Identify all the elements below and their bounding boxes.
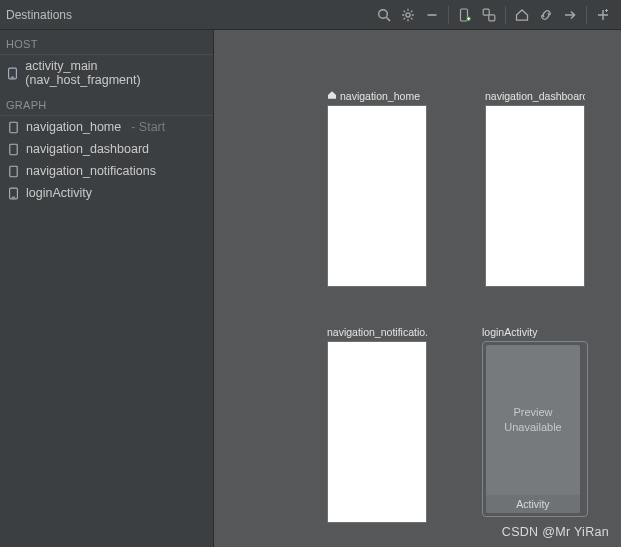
activity-icon [6, 186, 20, 200]
fragment-icon [6, 142, 20, 156]
svg-rect-7 [489, 14, 495, 20]
start-badge: - Start [131, 120, 165, 134]
nav-canvas[interactable]: navigation_home navigation_dashboard nav… [214, 30, 621, 547]
activity-footer-label: Activity [486, 495, 580, 513]
graph-section-header: GRAPH [0, 91, 213, 116]
toolbar-separator [586, 6, 587, 24]
dest-preview [327, 105, 427, 287]
svg-line-1 [387, 17, 391, 21]
deeplink-icon[interactable] [535, 4, 557, 26]
svg-rect-12 [9, 144, 16, 154]
add-destination-icon[interactable] [454, 4, 476, 26]
toolbar: Destinations [0, 0, 621, 30]
preview-unavailable: Preview Unavailable [486, 345, 580, 495]
svg-rect-11 [9, 122, 16, 132]
gear-icon[interactable] [397, 4, 419, 26]
panel-title: Destinations [6, 8, 72, 22]
watermark: CSDN @Mr YiRan [502, 525, 609, 539]
host-item[interactable]: activity_main (nav_host_fragment) [0, 55, 213, 91]
dest-preview [485, 105, 585, 287]
canvas-dest-label: loginActivity [482, 326, 588, 338]
nested-graph-icon[interactable] [478, 4, 500, 26]
host-item-label: activity_main (nav_host_fragment) [25, 59, 207, 87]
activity-icon [6, 66, 19, 80]
dest-preview [327, 341, 427, 523]
canvas-dest-dashboard[interactable]: navigation_dashboard [485, 90, 585, 287]
auto-arrange-icon[interactable] [592, 4, 614, 26]
fragment-icon [6, 120, 20, 134]
canvas-dest-login[interactable]: loginActivity Preview Unavailable Activi… [482, 326, 588, 517]
search-icon[interactable] [373, 4, 395, 26]
graph-item-label: navigation_home [26, 120, 121, 134]
svg-point-0 [379, 9, 388, 18]
graph-item-dashboard[interactable]: navigation_dashboard [0, 138, 213, 160]
graph-item-notifications[interactable]: navigation_notifications [0, 160, 213, 182]
start-home-icon [327, 90, 337, 102]
fragment-icon [6, 164, 20, 178]
svg-point-2 [406, 12, 410, 16]
graph-item-label: loginActivity [26, 186, 92, 200]
canvas-dest-label: navigation_notificatio... [327, 326, 427, 338]
toolbar-separator [505, 6, 506, 24]
destinations-sidebar: HOST activity_main (nav_host_fragment) G… [0, 30, 214, 547]
selection-outline: Preview Unavailable Activity [482, 341, 588, 517]
toolbar-separator [448, 6, 449, 24]
graph-item-label: navigation_dashboard [26, 142, 149, 156]
canvas-dest-home[interactable]: navigation_home [327, 90, 427, 287]
graph-item-home[interactable]: navigation_home - Start [0, 116, 213, 138]
graph-item-login[interactable]: loginActivity [0, 182, 213, 204]
minimize-icon[interactable] [421, 4, 443, 26]
svg-rect-13 [9, 166, 16, 176]
arrow-right-icon[interactable] [559, 4, 581, 26]
activity-card: Preview Unavailable Activity [486, 345, 580, 513]
canvas-dest-notifications[interactable]: navigation_notificatio... [327, 326, 427, 523]
svg-rect-6 [483, 9, 489, 15]
canvas-dest-label: navigation_dashboard [485, 90, 585, 102]
graph-item-label: navigation_notifications [26, 164, 156, 178]
host-section-header: HOST [0, 30, 213, 55]
home-icon[interactable] [511, 4, 533, 26]
canvas-dest-label: navigation_home [327, 90, 427, 102]
